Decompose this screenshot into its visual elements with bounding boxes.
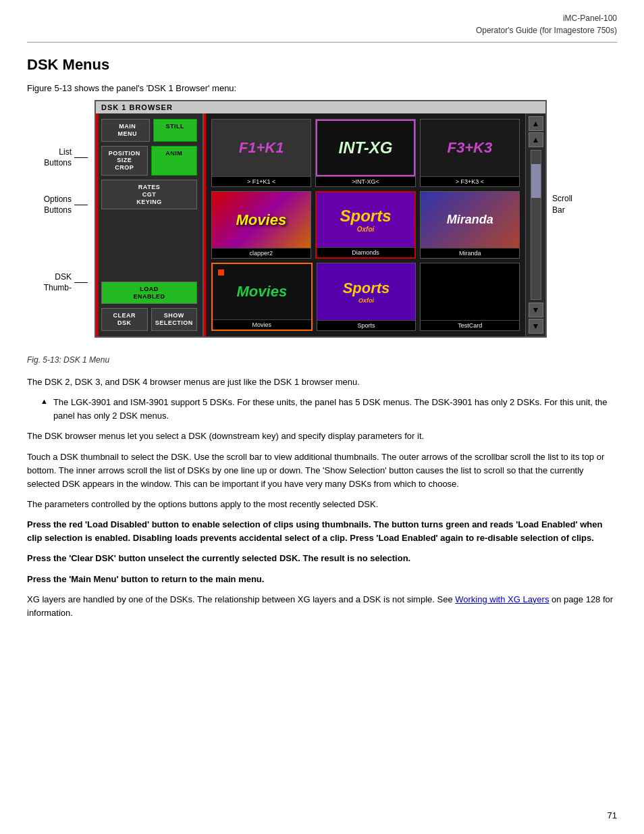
thumb-row-1: F1+K1 > F1+K1 < INT-XG >INT-XG< — [211, 119, 520, 187]
panel-container: DSK 1 BROWSER MAIN MENU STILL — [95, 100, 547, 338]
label-line-list — [74, 157, 88, 158]
thumb-image-f3k3: F3+K3 — [421, 120, 519, 176]
label-line-options — [74, 205, 88, 205]
figure-intro-caption: Figure 5-13 shows the panel's 'DSK 1 Bro… — [27, 83, 617, 93]
body-para5: Press the red 'Load Disabled' button to … — [27, 518, 617, 545]
thumb-image-intxg: INT-XG — [316, 120, 414, 176]
thumb-row-3: Movies Movies Sports Oxfoi — [211, 263, 520, 331]
position-size-crop-button[interactable]: POSITION SIZE CROP — [101, 146, 148, 176]
thumb-clapper2[interactable]: Movies clapper2 — [211, 191, 311, 259]
panel-title-bar: DSK 1 BROWSER — [96, 101, 545, 113]
thumb-sports[interactable]: Sports Oxfoi Sports — [317, 263, 417, 331]
header-line2: Operator's Guide (for Imagestore 750s) — [27, 24, 617, 36]
panel-diagram-wrapper: ListButtons OptionsButtons DSKThumb- DSK… — [27, 100, 617, 350]
body-para6: Press the 'Clear DSK' button unselect th… — [27, 552, 617, 565]
panel-body: MAIN MENU STILL POSITION SIZE CROP ANIM — [96, 113, 545, 336]
body-para7: Press the 'Main Menu' button to return t… — [27, 573, 617, 586]
thumb-testcard[interactable]: TestCard — [420, 263, 520, 331]
body-para8: XG layers are handled by one of the DSKs… — [27, 593, 617, 620]
thumbnails-area: F1+K1 > F1+K1 < INT-XG >INT-XG< — [206, 113, 525, 336]
load-enabled-button[interactable]: LOAD ENABLED — [101, 282, 197, 305]
thumb-f3k3[interactable]: F3+K3 > F3+K3 < — [420, 119, 520, 187]
section-title: DSK Menus — [27, 56, 617, 74]
body-para4: The parameters controlled by the options… — [27, 498, 617, 511]
figure-caption: Fig. 5-13: DSK 1 Menu — [27, 355, 617, 365]
thumb-image-sports: Sports Oxfoi — [317, 263, 416, 320]
header-line1: iMC-Panel-100 — [27, 12, 617, 24]
bullet-text-1: The LGK-3901 and ISM-3901 support 5 DSKs… — [53, 396, 617, 423]
panel-labels-right: ScrollBar — [547, 100, 587, 350]
thumb-label-miranda: Miranda — [421, 248, 519, 258]
xg-layers-link[interactable]: Working with XG Layers — [455, 594, 549, 604]
scroll-bar-label: ScrollBar — [552, 193, 572, 216]
scroll-thumb[interactable] — [531, 164, 541, 198]
scroll-track — [531, 150, 541, 300]
body-para1: The DSK 2, DSK 3, and DSK 4 browser menu… — [27, 375, 617, 389]
label-dsk-thumb: DSKThumb- — [44, 272, 88, 293]
scroll-top-outer-button[interactable]: ▲ — [529, 116, 543, 131]
body-para2: The DSK browser menus let you select a D… — [27, 429, 617, 443]
still-button[interactable]: STILL — [153, 119, 198, 142]
scroll-top-inner-button[interactable]: ▲ — [529, 132, 543, 147]
anim-button[interactable]: ANIM — [151, 146, 198, 176]
rates-cgt-keying-button[interactable]: RATES CGT KEYING — [101, 180, 197, 209]
scroll-bar-column: ▲ ▲ ▼ ▼ — [525, 113, 545, 336]
thumb-label-f1k1: > F1+K1 < — [212, 176, 311, 186]
thumb-label-clapper2: clapper2 — [212, 248, 311, 258]
thumb-image-f1k1: F1+K1 — [212, 120, 311, 176]
header-divider — [27, 42, 617, 43]
panel-labels-left: ListButtons OptionsButtons DSKThumb- — [27, 100, 95, 350]
thumb-image-movies2: Movies — [213, 264, 311, 319]
thumb-image-miranda: Miranda — [421, 192, 519, 249]
thumb-label-movies2: Movies — [213, 319, 311, 330]
thumb-f1k1[interactable]: F1+K1 > F1+K1 < — [211, 119, 311, 187]
thumb-image-movies: Movies — [212, 192, 311, 249]
bullet-item-1: ▲ The LGK-3901 and ISM-3901 support 5 DS… — [27, 396, 617, 423]
thumb-intxg[interactable]: INT-XG >INT-XG< — [315, 119, 415, 187]
main-content: DSK Menus Figure 5-13 shows the panel's … — [0, 56, 644, 654]
scroll-bottom-outer-button[interactable]: ▼ — [529, 319, 543, 334]
thumb-label-testcard: TestCard — [421, 320, 519, 330]
controls-column: MAIN MENU STILL POSITION SIZE CROP ANIM — [96, 113, 204, 336]
thumb-label-sports: Sports — [317, 320, 416, 330]
dsk-thumb-text: DSKThumb- — [44, 272, 72, 293]
thumb-label-f3k3: > F3+K3 < — [421, 176, 519, 186]
label-options-buttons: OptionsButtons — [44, 194, 88, 215]
thumb-miranda[interactable]: Miranda Miranda — [420, 191, 520, 259]
page-number: 71 — [608, 810, 617, 820]
label-line-dsk — [74, 282, 88, 283]
thumb-label-diamonds: Diamonds — [317, 247, 415, 257]
thumb-image-diamonds: Sports Oxfoi — [317, 192, 415, 248]
clear-show-row: CLEAR DSK SHOW SELECTION — [101, 308, 197, 331]
position-anim-row: POSITION SIZE CROP ANIM — [101, 146, 197, 176]
thumb-movies2[interactable]: Movies Movies — [211, 263, 313, 331]
movies-dot — [218, 269, 224, 276]
thumb-label-intxg: >INT-XG< — [316, 176, 414, 186]
show-selection-button[interactable]: SHOW SELECTION — [151, 308, 198, 331]
body-para8-prefix: XG layers are handled by one of the DSKs… — [27, 594, 455, 604]
label-list-buttons: ListButtons — [44, 147, 88, 168]
red-accent-line — [96, 113, 99, 336]
main-menu-button[interactable]: MAIN MENU — [101, 119, 150, 142]
options-buttons-text: OptionsButtons — [44, 194, 72, 215]
scroll-bottom-inner-button[interactable]: ▼ — [529, 303, 543, 317]
main-still-row: MAIN MENU STILL — [101, 119, 197, 142]
thumb-row-2: Movies clapper2 Sports Oxfoi — [211, 191, 520, 259]
page-header: iMC-Panel-100 Operator's Guide (for Imag… — [0, 0, 644, 42]
bullet-triangle-icon: ▲ — [41, 397, 48, 423]
clear-dsk-button[interactable]: CLEAR DSK — [101, 308, 148, 331]
body-para3: Touch a DSK thumbnail to select the DSK.… — [27, 450, 617, 491]
thumb-diamonds[interactable]: Sports Oxfoi Diamonds — [315, 191, 417, 259]
list-buttons-text: ListButtons — [44, 147, 72, 168]
thumb-image-testcard — [421, 263, 519, 320]
